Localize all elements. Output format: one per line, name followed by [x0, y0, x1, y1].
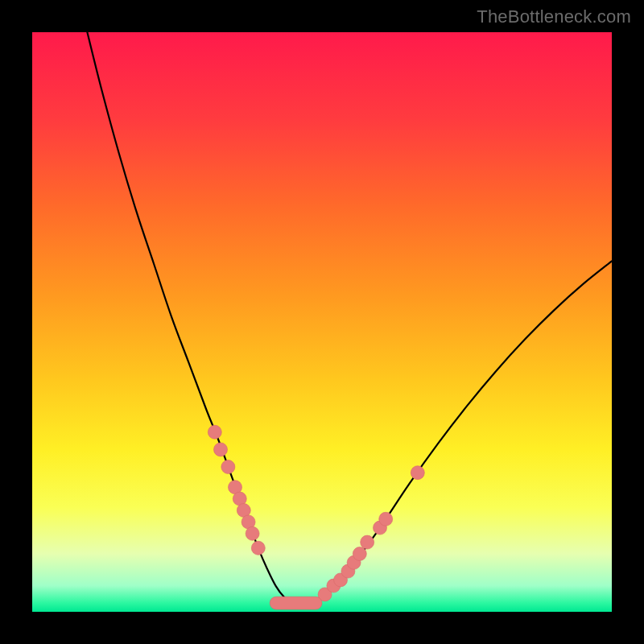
- data-marker: [214, 443, 228, 456]
- chart-frame: TheBottleneck.com: [0, 0, 644, 644]
- data-marker: [361, 535, 374, 549]
- gradient-background: [32, 32, 612, 612]
- data-marker: [379, 512, 393, 526]
- data-marker: [353, 547, 366, 561]
- data-marker: [246, 526, 259, 540]
- data-marker: [221, 460, 235, 474]
- data-marker: [208, 425, 221, 439]
- watermark-text: TheBottleneck.com: [477, 6, 631, 27]
- data-marker: [411, 466, 424, 480]
- plot-area: [32, 32, 612, 612]
- valley-marker-cluster: [270, 597, 322, 609]
- data-marker: [251, 541, 265, 555]
- bottleneck-chart: [32, 32, 612, 612]
